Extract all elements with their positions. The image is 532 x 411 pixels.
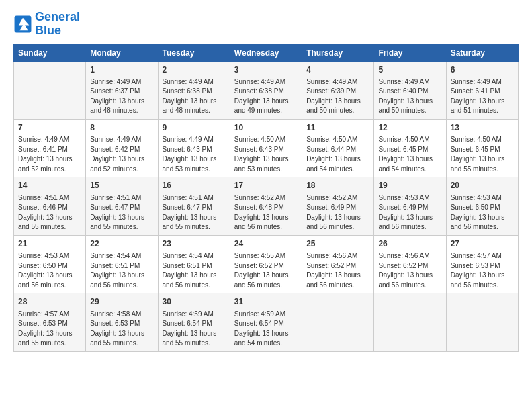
day-content: Sunrise: 4:50 AMSunset: 6:45 PMDaylight:… [378,135,441,174]
day-content: Sunrise: 4:56 AMSunset: 6:52 PMDaylight:… [378,251,441,290]
calendar-cell: 16Sunrise: 4:51 AMSunset: 6:47 PMDayligh… [158,177,230,235]
day-number: 1 [90,64,153,76]
day-content: Sunrise: 4:49 AMSunset: 6:42 PMDaylight:… [90,135,153,174]
day-content: Sunrise: 4:57 AMSunset: 6:53 PMDaylight:… [451,251,514,290]
day-number: 21 [18,238,81,250]
day-number: 10 [234,122,298,134]
day-content: Sunrise: 4:51 AMSunset: 6:47 PMDaylight:… [90,193,153,232]
day-content: Sunrise: 4:54 AMSunset: 6:51 PMDaylight:… [163,251,226,290]
calendar-cell: 13Sunrise: 4:50 AMSunset: 6:45 PMDayligh… [446,119,518,177]
day-content: Sunrise: 4:49 AMSunset: 6:39 PMDaylight:… [306,77,369,116]
day-content: Sunrise: 4:57 AMSunset: 6:53 PMDaylight:… [18,310,81,349]
calendar-cell: 5Sunrise: 4:49 AMSunset: 6:40 PMDaylight… [374,61,446,119]
calendar-cell: 2Sunrise: 4:49 AMSunset: 6:38 PMDaylight… [158,61,230,119]
day-content: Sunrise: 4:49 AMSunset: 6:43 PMDaylight:… [163,135,226,174]
calendar-cell: 24Sunrise: 4:55 AMSunset: 6:52 PMDayligh… [230,235,302,293]
day-number: 15 [90,180,153,191]
calendar-cell [446,293,518,351]
calendar-cell: 4Sunrise: 4:49 AMSunset: 6:39 PMDaylight… [302,61,374,119]
calendar-cell: 6Sunrise: 4:49 AMSunset: 6:41 PMDaylight… [446,61,518,119]
day-number: 23 [163,238,226,250]
logo-icon [13,15,32,34]
calendar-cell: 30Sunrise: 4:59 AMSunset: 6:54 PMDayligh… [158,293,230,351]
col-header-saturday: Saturday [446,44,518,61]
col-header-tuesday: Tuesday [158,44,230,61]
day-number: 26 [378,238,441,250]
calendar-cell: 9Sunrise: 4:49 AMSunset: 6:43 PMDaylight… [158,119,230,177]
calendar-cell: 8Sunrise: 4:49 AMSunset: 6:42 PMDaylight… [86,119,158,177]
day-number: 3 [234,64,298,76]
calendar-table: SundayMondayTuesdayWednesdayThursdayFrid… [13,44,519,352]
day-content: Sunrise: 4:54 AMSunset: 6:51 PMDaylight:… [90,251,153,290]
day-content: Sunrise: 4:53 AMSunset: 6:50 PMDaylight:… [18,251,81,290]
calendar-cell: 7Sunrise: 4:49 AMSunset: 6:41 PMDaylight… [14,119,86,177]
col-header-sunday: Sunday [14,44,86,61]
calendar-cell: 15Sunrise: 4:51 AMSunset: 6:47 PMDayligh… [86,177,158,235]
header-row: SundayMondayTuesdayWednesdayThursdayFrid… [14,44,519,61]
col-header-wednesday: Wednesday [230,44,302,61]
day-number: 31 [234,296,298,308]
day-number: 16 [163,180,226,191]
calendar-row-0: 1Sunrise: 4:49 AMSunset: 6:37 PMDaylight… [14,61,519,119]
day-number: 12 [378,122,441,134]
calendar-row-4: 28Sunrise: 4:57 AMSunset: 6:53 PMDayligh… [14,293,519,351]
header: General Blue [13,11,519,38]
day-content: Sunrise: 4:52 AMSunset: 6:49 PMDaylight:… [306,193,369,232]
day-number: 30 [163,296,226,308]
day-content: Sunrise: 4:49 AMSunset: 6:38 PMDaylight:… [163,77,226,116]
day-number: 11 [306,122,369,134]
day-content: Sunrise: 4:49 AMSunset: 6:37 PMDaylight:… [90,77,153,116]
day-number: 14 [18,180,81,191]
logo: General Blue [13,11,80,38]
day-content: Sunrise: 4:51 AMSunset: 6:47 PMDaylight:… [163,193,226,232]
day-number: 7 [18,122,81,134]
calendar-cell: 14Sunrise: 4:51 AMSunset: 6:46 PMDayligh… [14,177,86,235]
calendar-row-2: 14Sunrise: 4:51 AMSunset: 6:46 PMDayligh… [14,177,519,235]
day-content: Sunrise: 4:53 AMSunset: 6:50 PMDaylight:… [451,193,514,232]
day-number: 5 [378,64,441,76]
calendar-cell [14,61,86,119]
day-content: Sunrise: 4:49 AMSunset: 6:41 PMDaylight:… [451,77,514,116]
day-number: 24 [234,238,298,250]
logo-text: General Blue [35,11,80,38]
day-number: 28 [18,296,81,308]
calendar-cell: 31Sunrise: 4:59 AMSunset: 6:54 PMDayligh… [230,293,302,351]
calendar-cell: 29Sunrise: 4:58 AMSunset: 6:53 PMDayligh… [86,293,158,351]
day-content: Sunrise: 4:50 AMSunset: 6:43 PMDaylight:… [234,135,298,174]
calendar-cell: 1Sunrise: 4:49 AMSunset: 6:37 PMDaylight… [86,61,158,119]
page: General Blue SundayMondayTuesdayWednesda… [0,0,532,411]
day-content: Sunrise: 4:49 AMSunset: 6:40 PMDaylight:… [378,77,441,116]
calendar-cell: 19Sunrise: 4:53 AMSunset: 6:49 PMDayligh… [374,177,446,235]
calendar-row-1: 7Sunrise: 4:49 AMSunset: 6:41 PMDaylight… [14,119,519,177]
calendar-cell: 26Sunrise: 4:56 AMSunset: 6:52 PMDayligh… [374,235,446,293]
day-number: 19 [378,180,441,191]
day-number: 17 [234,180,298,191]
day-number: 6 [451,64,514,76]
day-number: 20 [451,180,514,191]
day-content: Sunrise: 4:59 AMSunset: 6:54 PMDaylight:… [163,310,226,349]
day-content: Sunrise: 4:58 AMSunset: 6:53 PMDaylight:… [90,310,153,349]
calendar-cell: 21Sunrise: 4:53 AMSunset: 6:50 PMDayligh… [14,235,86,293]
calendar-cell: 10Sunrise: 4:50 AMSunset: 6:43 PMDayligh… [230,119,302,177]
day-content: Sunrise: 4:50 AMSunset: 6:45 PMDaylight:… [451,135,514,174]
day-content: Sunrise: 4:50 AMSunset: 6:44 PMDaylight:… [306,135,369,174]
calendar-cell: 3Sunrise: 4:49 AMSunset: 6:38 PMDaylight… [230,61,302,119]
day-number: 9 [163,122,226,134]
calendar-cell: 18Sunrise: 4:52 AMSunset: 6:49 PMDayligh… [302,177,374,235]
day-number: 18 [306,180,369,191]
day-number: 13 [451,122,514,134]
col-header-friday: Friday [374,44,446,61]
calendar-cell: 22Sunrise: 4:54 AMSunset: 6:51 PMDayligh… [86,235,158,293]
calendar-cell: 20Sunrise: 4:53 AMSunset: 6:50 PMDayligh… [446,177,518,235]
day-content: Sunrise: 4:59 AMSunset: 6:54 PMDaylight:… [234,310,298,349]
calendar-cell: 23Sunrise: 4:54 AMSunset: 6:51 PMDayligh… [158,235,230,293]
calendar-cell: 25Sunrise: 4:56 AMSunset: 6:52 PMDayligh… [302,235,374,293]
day-content: Sunrise: 4:51 AMSunset: 6:46 PMDaylight:… [18,193,81,232]
day-content: Sunrise: 4:53 AMSunset: 6:49 PMDaylight:… [378,193,441,232]
day-number: 4 [306,64,369,76]
calendar-cell: 17Sunrise: 4:52 AMSunset: 6:48 PMDayligh… [230,177,302,235]
day-number: 27 [451,238,514,250]
day-number: 22 [90,238,153,250]
day-number: 25 [306,238,369,250]
day-content: Sunrise: 4:49 AMSunset: 6:38 PMDaylight:… [234,77,298,116]
